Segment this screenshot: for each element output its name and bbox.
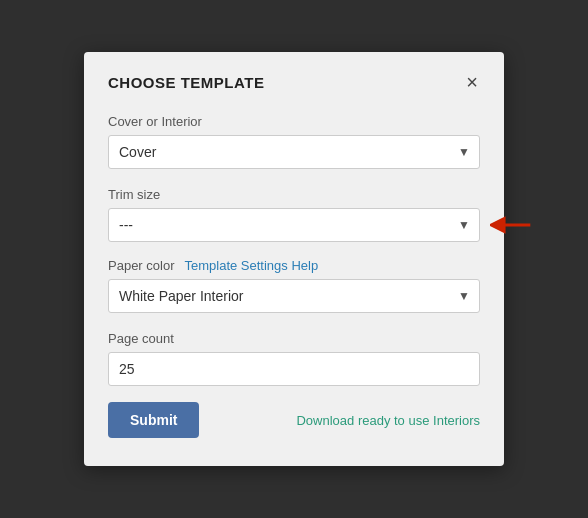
template-settings-help-link[interactable]: Template Settings Help xyxy=(184,258,318,273)
page-count-input[interactable] xyxy=(108,352,480,386)
arrow-indicator xyxy=(490,211,532,239)
trim-size-label: Trim size xyxy=(108,187,160,202)
trim-size-outer: --- 5x8 6x9 8.5x11 ▼ xyxy=(108,208,480,242)
modal-header: CHOOSE TEMPLATE × xyxy=(108,72,480,92)
page-count-label: Page count xyxy=(108,331,174,346)
choose-template-modal: CHOOSE TEMPLATE × Cover or Interior Cove… xyxy=(84,52,504,466)
trim-size-field: Trim size --- 5x8 6x9 8.5x11 ▼ xyxy=(108,185,480,242)
trim-size-select[interactable]: --- 5x8 6x9 8.5x11 xyxy=(108,208,480,242)
trim-size-select-wrapper: --- 5x8 6x9 8.5x11 ▼ xyxy=(108,208,480,242)
paper-color-select-wrapper: White Paper Interior Cream Paper Interio… xyxy=(108,279,480,313)
cover-or-interior-label: Cover or Interior xyxy=(108,114,202,129)
modal-title: CHOOSE TEMPLATE xyxy=(108,74,264,91)
cover-or-interior-select-wrapper: Cover Interior ▼ xyxy=(108,135,480,169)
submit-button[interactable]: Submit xyxy=(108,402,199,438)
page-count-field: Page count xyxy=(108,329,480,386)
cover-or-interior-field: Cover or Interior Cover Interior ▼ xyxy=(108,112,480,169)
red-arrow-icon xyxy=(490,211,532,239)
paper-color-field: Paper color Template Settings Help White… xyxy=(108,258,480,313)
paper-color-label-row: Paper color Template Settings Help xyxy=(108,258,480,273)
download-ready-interiors-link[interactable]: Download ready to use Interiors xyxy=(296,413,480,428)
paper-color-select[interactable]: White Paper Interior Cream Paper Interio… xyxy=(108,279,480,313)
close-button[interactable]: × xyxy=(464,72,480,92)
paper-color-label: Paper color xyxy=(108,258,174,273)
cover-or-interior-select[interactable]: Cover Interior xyxy=(108,135,480,169)
modal-footer: Submit Download ready to use Interiors xyxy=(108,402,480,438)
